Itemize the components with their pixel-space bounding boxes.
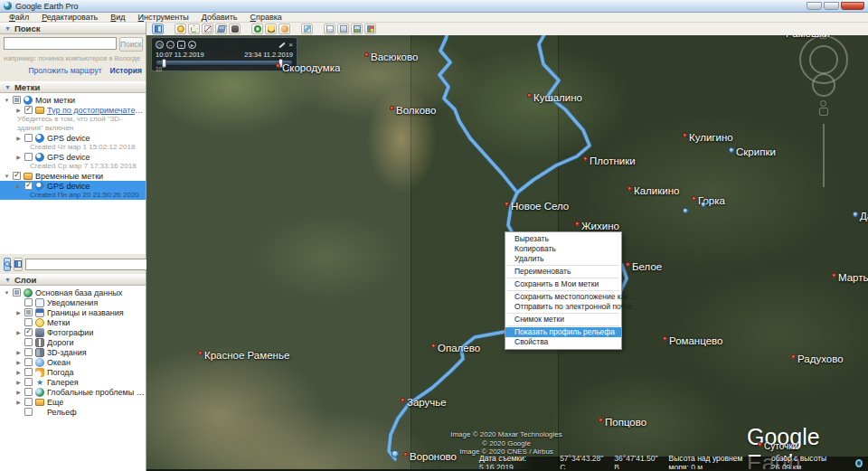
map-place-label[interactable]: Каликино [627, 185, 679, 196]
map-place-label[interactable]: Васюково [364, 52, 418, 62]
zoom-in-range-icon[interactable]: + [177, 41, 185, 49]
ruler-button[interactable] [301, 24, 313, 34]
place-marker-icon[interactable] [276, 63, 280, 68]
places-item[interactable]: ▶GPS device [0, 133, 146, 143]
layers-item[interactable]: ▶Границы и названия [0, 307, 146, 317]
place-marker-icon[interactable] [403, 452, 408, 457]
layers-item[interactable]: Метки [0, 317, 146, 327]
item-checkbox[interactable] [13, 172, 21, 180]
context-menu-item[interactable]: Свойства [505, 337, 621, 347]
item-checkbox[interactable] [24, 408, 33, 416]
map-place-label[interactable]: Скородумка [276, 62, 340, 73]
expand-arrow-icon[interactable]: ▼ [4, 98, 10, 103]
map-place-label[interactable]: Волково [390, 105, 436, 116]
move-joystick[interactable] [812, 73, 835, 97]
close-button[interactable] [841, 2, 864, 10]
place-marker-icon[interactable] [431, 344, 436, 348]
layers-item[interactable]: ▶3D-здания [0, 347, 146, 357]
minimize-button[interactable] [807, 2, 822, 10]
menu-item[interactable]: Инструменты [133, 13, 194, 22]
places-item[interactable]: ▶GPS device [0, 181, 146, 191]
layers-item[interactable]: ▼Основная база данных [0, 287, 146, 297]
map-place-label[interactable]: Скрипки [729, 146, 776, 157]
track-end-marker[interactable] [392, 450, 399, 457]
map-place-label[interactable]: Плотники [583, 155, 636, 166]
map-place-label[interactable]: Попцово [599, 417, 646, 428]
place-marker-icon[interactable] [692, 196, 696, 201]
context-menu-item[interactable]: Переименовать [505, 267, 621, 277]
place-marker-icon[interactable] [758, 442, 762, 447]
item-checkbox[interactable] [24, 153, 33, 161]
place-marker-icon[interactable] [832, 273, 836, 278]
places-panel-header[interactable]: ▼ Метки [0, 81, 146, 93]
expand-arrow-icon[interactable]: ▶ [15, 359, 22, 365]
place-marker-icon[interactable] [599, 418, 603, 422]
save-image-button[interactable] [351, 24, 363, 34]
menu-item[interactable]: Вид [105, 13, 130, 22]
context-menu-item[interactable]: Сохранить в Мои метки [505, 279, 621, 289]
item-checkbox[interactable] [24, 358, 33, 366]
history-link[interactable]: История [110, 66, 142, 75]
context-menu-item[interactable]: Снимок метки [505, 315, 621, 325]
expand-arrow-icon[interactable]: ▶ [15, 183, 22, 189]
add-polygon-button[interactable] [188, 24, 200, 34]
layers-item[interactable]: ▶Погода [0, 367, 146, 377]
item-checkbox[interactable] [24, 298, 33, 306]
place-marker-icon[interactable] [505, 202, 509, 206]
time-slider-groove[interactable] [156, 60, 293, 66]
map-place-label[interactable]: Горка [692, 195, 725, 206]
map-place-label[interactable]: Опалево [431, 343, 480, 353]
places-item[interactable]: ▼Временные метки [0, 171, 146, 181]
layers-panel-header[interactable]: ▼ Слои [0, 274, 146, 286]
item-checkbox[interactable] [24, 368, 33, 376]
place-marker-icon[interactable] [401, 398, 405, 402]
expand-arrow-icon[interactable]: ▼ [4, 290, 10, 296]
map-place-label[interactable]: Рамешки [779, 35, 830, 39]
place-marker-icon[interactable] [527, 93, 532, 98]
menu-item[interactable]: Справка [245, 13, 288, 22]
expand-arrow-icon[interactable]: ▶ [15, 135, 22, 141]
sunlight-button[interactable] [265, 24, 277, 34]
search-input[interactable] [4, 37, 117, 50]
add-path-button[interactable] [202, 24, 213, 34]
place-marker-icon[interactable] [791, 354, 796, 359]
expand-arrow-icon[interactable]: ▶ [15, 399, 22, 405]
context-menu-item[interactable]: Сохранить местоположение как... [505, 292, 621, 302]
switch-planet-button[interactable] [278, 24, 290, 34]
panel-view-button[interactable] [14, 258, 23, 271]
map-place-label[interactable]: Мартыни [832, 272, 868, 283]
historical-imagery-button[interactable] [251, 24, 263, 34]
menu-item[interactable]: Файл [4, 13, 34, 22]
range-start-handle[interactable] [162, 59, 166, 68]
map-place-label[interactable]: Жихино [575, 221, 619, 231]
photo-marker-icon[interactable] [701, 202, 706, 207]
item-checkbox[interactable] [24, 318, 33, 326]
view-in-maps-button[interactable] [364, 24, 376, 34]
search-layers-button[interactable] [4, 258, 11, 271]
layers-item[interactable]: ▶Фотографии [0, 327, 146, 337]
map-place-label[interactable]: Кулигино [683, 132, 733, 143]
expand-arrow-icon[interactable]: ▶ [15, 329, 22, 335]
context-menu-item[interactable]: Показать профиль рельефа [505, 327, 621, 337]
layers-item[interactable]: ▶Глобальные проблемы и изучение окружа..… [0, 387, 146, 397]
item-checkbox[interactable] [24, 182, 33, 190]
search-panel-header[interactable]: ▼ Поиск [0, 23, 146, 34]
context-menu-item[interactable]: Копировать [505, 244, 621, 254]
close-slider-icon[interactable]: × [288, 41, 293, 49]
add-placemark-button[interactable] [175, 24, 186, 34]
get-directions-link[interactable]: Проложить маршрут [28, 66, 101, 75]
pegman-icon[interactable] [819, 100, 826, 113]
layers-item[interactable]: Рельеф [0, 407, 146, 417]
context-menu-item[interactable]: Вырезать [505, 234, 621, 244]
settings-wrench-icon[interactable] [279, 42, 286, 48]
email-button[interactable] [324, 24, 335, 34]
context-menu-item[interactable]: Отправить по электронной почте... [505, 302, 621, 312]
item-checkbox[interactable] [24, 398, 33, 406]
expand-arrow-icon[interactable]: ▶ [15, 154, 22, 160]
map-place-label[interactable]: Радухово [791, 353, 844, 364]
layers-item[interactable]: ▶Еще [0, 397, 146, 407]
layers-item[interactable]: ▶★Галерея [0, 377, 146, 387]
item-checkbox[interactable] [13, 96, 21, 104]
expand-arrow-icon[interactable]: ▼ [4, 174, 10, 179]
place-marker-icon[interactable] [683, 133, 687, 137]
